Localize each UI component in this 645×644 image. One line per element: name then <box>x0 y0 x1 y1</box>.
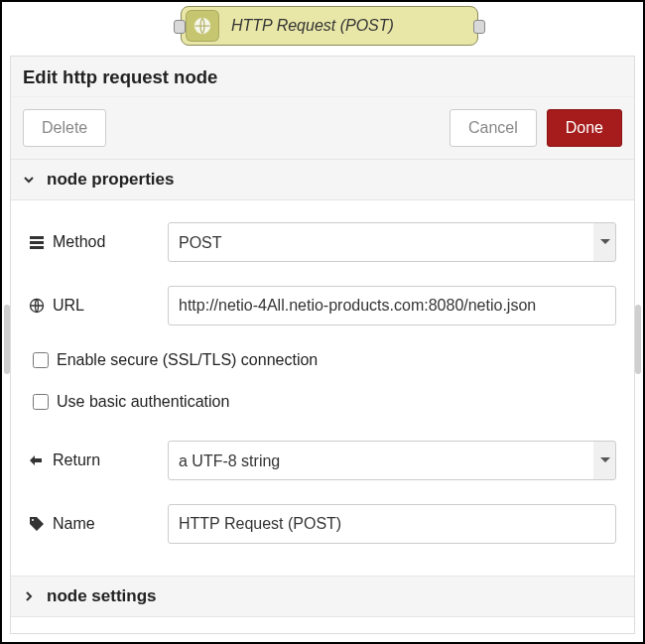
cancel-button[interactable]: Cancel <box>450 109 537 147</box>
node-input-port[interactable] <box>174 20 186 34</box>
ssl-checkbox[interactable] <box>33 352 49 368</box>
scrollbar-right[interactable] <box>635 305 641 374</box>
name-label: Name <box>29 515 168 533</box>
url-label: URL <box>29 297 168 315</box>
globe-outline-icon <box>29 298 45 314</box>
svg-rect-3 <box>30 246 44 249</box>
workflow-node[interactable]: HTTP Request (POST) <box>181 6 478 46</box>
panel-title: Edit http request node <box>11 57 634 97</box>
chevron-right-icon <box>23 590 37 602</box>
svg-rect-2 <box>30 241 44 244</box>
done-button[interactable]: Done <box>547 109 622 147</box>
globe-icon <box>186 10 219 42</box>
ssl-checkbox-label: Enable secure (SSL/TLS) connection <box>57 351 318 369</box>
return-arrow-icon <box>29 452 45 468</box>
delete-button[interactable]: Delete <box>23 109 106 147</box>
name-input[interactable] <box>168 504 616 544</box>
scrollbar-left[interactable] <box>4 305 10 374</box>
tag-icon <box>29 516 45 532</box>
workflow-node-label: HTTP Request (POST) <box>231 17 394 35</box>
section-settings-header[interactable]: node settings <box>11 576 634 617</box>
server-icon <box>29 234 45 250</box>
node-output-port[interactable] <box>473 20 485 34</box>
panel-action-bar: Delete Cancel Done <box>11 97 634 159</box>
return-select[interactable]: a UTF-8 string <box>168 441 616 480</box>
method-select[interactable]: POST <box>168 222 616 262</box>
url-input[interactable] <box>168 286 616 325</box>
edit-panel: Edit http request node Delete Cancel Don… <box>10 56 635 634</box>
auth-checkbox[interactable] <box>33 394 49 410</box>
return-label: Return <box>29 451 168 469</box>
method-label: Method <box>29 233 168 251</box>
svg-rect-1 <box>30 236 44 239</box>
section-properties-label: node properties <box>47 170 174 190</box>
section-properties-header[interactable]: node properties <box>11 159 634 200</box>
section-settings-label: node settings <box>47 586 157 606</box>
chevron-down-icon <box>23 174 37 186</box>
properties-form: Method POST URL <box>11 200 634 576</box>
auth-checkbox-label: Use basic authentication <box>57 393 229 411</box>
